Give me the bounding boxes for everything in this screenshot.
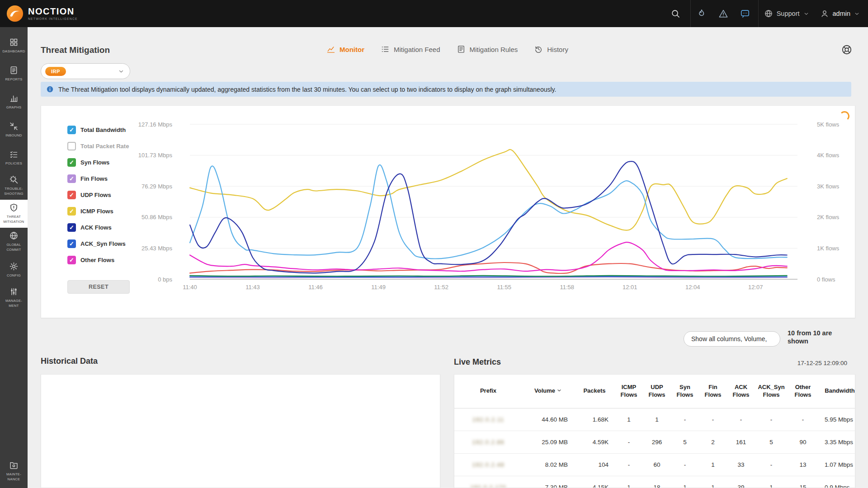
checkbox-other-flows[interactable]: ✓ bbox=[67, 256, 76, 264]
brand-name: NOCTION bbox=[28, 7, 78, 16]
reports-icon bbox=[9, 66, 19, 75]
col-header-fin[interactable]: Fin Flows bbox=[699, 375, 727, 408]
cell-packets: 4.15K bbox=[574, 476, 615, 488]
tab-mitigation-feed[interactable]: Mitigation Feed bbox=[381, 45, 440, 54]
sidebar-item-inbound[interactable]: INBOUND bbox=[0, 116, 28, 144]
cell-fin: 1 bbox=[699, 453, 727, 476]
legend-label: Syn Flows bbox=[80, 159, 109, 166]
svg-text:0 flows: 0 flows bbox=[817, 276, 835, 283]
sidebar-item-reports[interactable]: REPORTS bbox=[0, 60, 28, 88]
metrics-row: 192.0.2.1707.30 MB4.15K11811391150.9 Mbp… bbox=[454, 476, 855, 488]
cell-ack_syn: - bbox=[755, 453, 788, 476]
checkbox-icmp-flows[interactable]: ✓ bbox=[67, 207, 76, 216]
noction-logo-icon bbox=[6, 5, 24, 22]
columns-select-value: Show all columns, Volume, bbox=[691, 335, 767, 343]
sidebar-item-graphs[interactable]: GRAPHS bbox=[0, 88, 28, 116]
checkbox-fin-flows[interactable]: ✓ bbox=[67, 174, 76, 183]
live-metrics-timestamp: 17-12-25 12:09:00 bbox=[797, 360, 847, 366]
svg-text:5K flows: 5K flows bbox=[817, 121, 840, 128]
col-header-icmp[interactable]: ICMP Flows bbox=[615, 375, 643, 408]
checkbox-total-packet-rate[interactable] bbox=[67, 142, 76, 150]
sidebar-item-config[interactable]: CONFIG bbox=[0, 256, 28, 284]
col-header-ack_syn[interactable]: ACK_Syn Flows bbox=[755, 375, 788, 408]
cell-packets: 1.68K bbox=[574, 408, 615, 431]
svg-text:3K flows: 3K flows bbox=[817, 183, 840, 190]
columns-shown-note: 10 from 10 are shown bbox=[788, 329, 832, 345]
sidebar-item-troubleshooting[interactable]: TROUBLE-SHOOTING bbox=[0, 172, 28, 200]
help-icon[interactable] bbox=[841, 44, 853, 56]
col-header-udp[interactable]: UDP Flows bbox=[643, 375, 671, 408]
svg-text:11:40: 11:40 bbox=[183, 284, 197, 291]
page-title: Threat Mitigation bbox=[41, 45, 110, 55]
col-header-bandwidth[interactable]: Bandwidth bbox=[818, 375, 855, 408]
maintenance-icon bbox=[9, 460, 19, 470]
masked-prefix: 192.0.2.86 bbox=[472, 439, 504, 446]
cell-ack_syn: - bbox=[755, 408, 788, 431]
checkbox-udp-flows[interactable]: ✓ bbox=[67, 191, 76, 199]
masked-prefix: 192.0.2.11 bbox=[472, 416, 504, 423]
checkbox-ack-flows[interactable]: ✓ bbox=[67, 223, 76, 232]
cell-bandwidth: 3.35 Mbps bbox=[818, 431, 855, 453]
user-label: admin bbox=[833, 10, 851, 17]
cell-ack_syn: 1 bbox=[755, 476, 788, 488]
svg-text:12:07: 12:07 bbox=[748, 284, 763, 291]
support-menu[interactable]: Support bbox=[764, 0, 809, 27]
col-header-syn[interactable]: Syn Flows bbox=[671, 375, 699, 408]
instance-select[interactable]: IRP bbox=[41, 63, 130, 79]
sidebar-item-management[interactable]: MANAGE-MENT bbox=[0, 284, 28, 312]
tabs: MonitorMitigation FeedMitigation RulesHi… bbox=[326, 45, 568, 54]
cell-other: 90 bbox=[788, 431, 818, 453]
legend-label: Fin Flows bbox=[80, 175, 108, 182]
user-icon bbox=[820, 9, 829, 18]
legend-item-udp-flows: ✓UDP Flows bbox=[67, 191, 162, 199]
cell-udp: 1 bbox=[643, 408, 671, 431]
sidebar-item-label: POLICIES bbox=[5, 161, 22, 166]
sidebar-item-label: THREATMITIGATION bbox=[3, 215, 24, 225]
masked-prefix: 192.0.2.170 bbox=[470, 484, 506, 488]
sidebar-item-maintenance[interactable]: MAINTE-NANCE bbox=[0, 457, 28, 485]
svg-text:11:49: 11:49 bbox=[371, 284, 386, 291]
tab-monitor[interactable]: Monitor bbox=[326, 45, 364, 54]
checkbox-total-bandwidth[interactable]: ✓ bbox=[67, 126, 76, 134]
brand[interactable]: NOCTION NETWORK INTELLIGENCE bbox=[0, 5, 78, 22]
series-total-bandwidth bbox=[190, 165, 787, 258]
alerts-warning-icon[interactable] bbox=[718, 9, 728, 19]
topbar-separator bbox=[758, 0, 759, 27]
col-header-other[interactable]: Other Flows bbox=[788, 375, 818, 408]
brand-tagline: NETWORK INTELLIGENCE bbox=[28, 17, 78, 20]
user-menu[interactable]: admin bbox=[820, 0, 860, 27]
svg-text:11:58: 11:58 bbox=[560, 284, 574, 291]
col-header-packets[interactable]: Packets bbox=[574, 375, 615, 408]
feedback-chat-icon[interactable] bbox=[740, 9, 750, 19]
search-icon[interactable] bbox=[670, 9, 680, 19]
sidebar-item-dashboard[interactable]: DASHBOARD bbox=[0, 32, 28, 60]
columns-select[interactable]: Show all columns, Volume, bbox=[684, 331, 780, 347]
sidebar-item-policies[interactable]: POLICIES bbox=[0, 144, 28, 172]
tab-label: Mitigation Feed bbox=[394, 46, 440, 53]
history-icon bbox=[534, 45, 543, 54]
cell-ack_syn: 5 bbox=[755, 431, 788, 453]
reset-button[interactable]: RESET bbox=[67, 280, 130, 294]
svg-text:11:55: 11:55 bbox=[497, 284, 511, 291]
col-header-ack[interactable]: ACK Flows bbox=[727, 375, 755, 408]
svg-text:12:01: 12:01 bbox=[623, 284, 637, 291]
cell-bandwidth: 1.07 Mbps bbox=[818, 453, 855, 476]
flame-icon[interactable] bbox=[697, 9, 707, 19]
management-icon bbox=[9, 287, 19, 296]
tab-mitigation-rules[interactable]: Mitigation Rules bbox=[457, 45, 518, 54]
checkbox-syn-flows[interactable]: ✓ bbox=[67, 158, 76, 167]
checkbox-ack-syn-flows[interactable]: ✓ bbox=[67, 239, 76, 248]
sidebar-item-threat[interactable]: THREATMITIGATION bbox=[0, 200, 28, 228]
topbar-separator bbox=[690, 0, 691, 27]
col-header-volume[interactable]: Volume bbox=[522, 375, 574, 408]
series-udp-flows bbox=[190, 263, 787, 273]
chart-legend: ✓Total BandwidthTotal Packet Rate✓Syn Fl… bbox=[67, 126, 162, 294]
tab-label: History bbox=[547, 46, 568, 53]
monitor-icon bbox=[326, 45, 335, 54]
tab-history[interactable]: History bbox=[534, 45, 568, 54]
sidebar-item-global[interactable]: GLOBALCOMMIT bbox=[0, 228, 28, 256]
cell-volume: 7.30 MB bbox=[522, 476, 574, 488]
col-header-prefix[interactable]: Prefix bbox=[454, 375, 522, 408]
legend-label: Total Packet Rate bbox=[80, 143, 129, 150]
topbar: NOCTION NETWORK INTELLIGENCE Support adm… bbox=[0, 0, 868, 27]
